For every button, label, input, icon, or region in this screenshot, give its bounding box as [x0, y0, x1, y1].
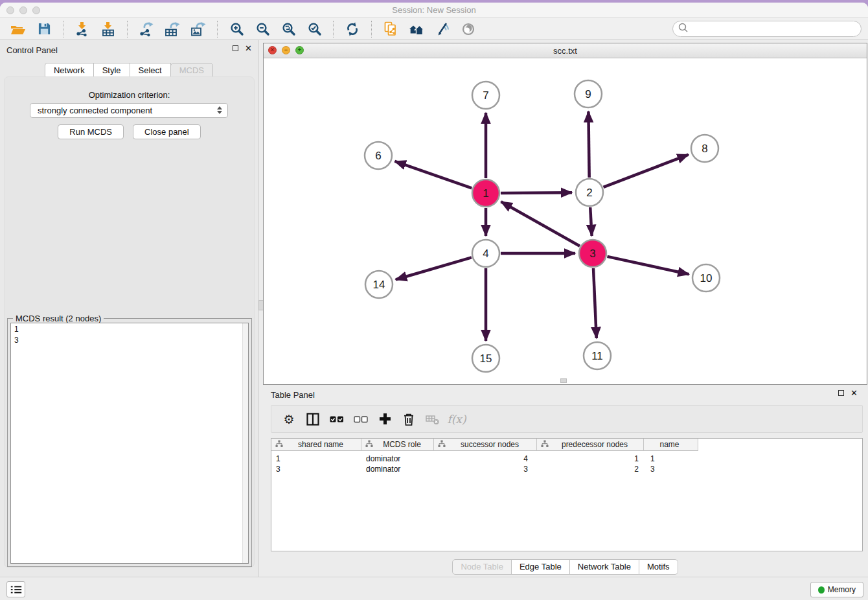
graph-edge[interactable] — [608, 257, 689, 274]
cell-predecessor-nodes: 2 — [537, 465, 644, 474]
close-table-panel-icon[interactable]: ✕ — [851, 390, 858, 396]
table-row[interactable]: 3 dominator 3 2 3 — [271, 464, 862, 474]
table-settings-icon[interactable]: ⚙ — [279, 410, 299, 429]
zoom-fit-content-icon[interactable] — [278, 19, 299, 39]
memory-label: Memory — [828, 585, 856, 594]
search-input[interactable] — [689, 23, 861, 36]
hierarchy-icon — [275, 440, 283, 450]
result-scrollbar[interactable] — [242, 323, 248, 563]
export-image-icon[interactable] — [188, 19, 209, 39]
graph-edge[interactable] — [396, 257, 472, 279]
svg-text:4: 4 — [483, 248, 488, 260]
graph-node[interactable]: 3 — [579, 240, 606, 267]
close-panel-button[interactable]: Close panel — [133, 124, 201, 139]
main-toolbar — [0, 18, 868, 40]
task-history-button[interactable] — [6, 581, 25, 597]
zoom-in-icon[interactable] — [226, 19, 247, 39]
status-bar: Memory — [0, 577, 868, 600]
graph-edge[interactable] — [501, 202, 580, 246]
criterion-dropdown[interactable]: strongly connected component — [30, 103, 228, 118]
zoom-selected-icon[interactable] — [304, 19, 325, 39]
open-session-icon[interactable] — [8, 19, 29, 39]
zoom-out-icon[interactable] — [252, 19, 273, 39]
select-all-rows-icon[interactable] — [327, 410, 347, 429]
graph-node[interactable]: 10 — [692, 264, 720, 292]
tab-network-table[interactable]: Network Table — [569, 559, 639, 575]
graph-node[interactable]: 14 — [365, 271, 393, 298]
tab-node-table[interactable]: Node Table — [452, 559, 512, 575]
mcds-result-text[interactable]: 1 3 — [10, 323, 249, 564]
graph-node[interactable]: 9 — [575, 80, 602, 108]
export-table-icon[interactable] — [162, 19, 183, 39]
column-header-name[interactable]: name — [644, 439, 698, 451]
optimization-criterion-label: Optimization criterion: — [5, 90, 254, 100]
close-panel-icon[interactable]: ✕ — [245, 45, 252, 51]
clear-selection-icon[interactable] — [351, 410, 371, 429]
graph-node[interactable]: 1 — [472, 179, 499, 207]
table-panel: Table Panel ✕ ⚙ — [263, 385, 868, 577]
refresh-view-icon[interactable] — [342, 19, 363, 39]
search-icon — [678, 22, 689, 36]
column-header-mcds-role[interactable]: MCDS role — [361, 439, 434, 451]
memory-button[interactable]: Memory — [810, 582, 863, 597]
graph-node[interactable]: 7 — [472, 82, 499, 109]
cell-predecessor-nodes: 1 — [537, 454, 644, 463]
column-header-predecessor-nodes[interactable]: predecessor nodes — [537, 439, 644, 451]
mcds-result-title: MCDS result (2 nodes) — [13, 314, 104, 323]
graph-node[interactable]: 11 — [584, 342, 611, 369]
cell-successor-nodes: 4 — [434, 454, 537, 463]
hide-graphics-details-icon[interactable] — [432, 19, 453, 39]
graph-edge[interactable] — [604, 155, 689, 187]
column-header-shared-name[interactable]: shared name — [271, 439, 361, 451]
network-canvas[interactable]: 7968124314101511 — [264, 58, 867, 384]
graph-edge[interactable] — [501, 192, 572, 193]
graph-edge[interactable] — [590, 207, 591, 236]
cell-name: 3 — [644, 465, 698, 474]
column-header-successor-nodes[interactable]: successor nodes — [434, 439, 537, 451]
cell-shared-name: 1 — [271, 454, 361, 463]
svg-text:7: 7 — [483, 89, 488, 102]
graph-edge[interactable] — [395, 161, 472, 189]
graph-edge[interactable] — [588, 111, 589, 178]
mcds-tab-content: Optimization criterion: strongly connect… — [4, 76, 255, 568]
table-row[interactable]: 1 dominator 4 1 1 — [271, 454, 862, 464]
cell-mcds-role: dominator — [361, 454, 434, 463]
toolbar-separator — [63, 21, 63, 38]
delete-table-icon[interactable] — [423, 410, 442, 429]
result-line: 3 — [14, 335, 248, 346]
graph-node[interactable]: 15 — [472, 345, 499, 372]
import-network-from-file-icon[interactable] — [72, 19, 93, 39]
control-panel: Control Panel ✕ Network Style Select MCD… — [0, 40, 259, 577]
search-box — [672, 21, 862, 37]
graph-node[interactable]: 8 — [691, 135, 718, 162]
graph-node[interactable]: 4 — [472, 240, 499, 267]
dropdown-stepper-icon — [217, 106, 222, 114]
cell-name: 1 — [644, 454, 698, 463]
save-session-icon[interactable] — [34, 19, 54, 39]
add-row-icon[interactable] — [375, 410, 394, 429]
delete-row-icon[interactable] — [399, 410, 418, 429]
show-graphics-details-icon[interactable] — [458, 19, 479, 39]
memory-status-icon — [818, 586, 825, 594]
show-column-panel-icon[interactable] — [303, 410, 323, 429]
toolbar-separator — [217, 21, 218, 38]
tab-edge-table[interactable]: Edge Table — [511, 559, 570, 575]
cell-shared-name: 3 — [271, 465, 361, 474]
graph-node[interactable]: 6 — [365, 142, 392, 169]
svg-text:2: 2 — [586, 187, 592, 199]
run-mcds-button[interactable]: Run MCDS — [58, 124, 124, 139]
import-table-from-file-icon[interactable] — [98, 19, 119, 39]
float-table-panel-icon[interactable] — [838, 390, 844, 396]
table-header-row: shared name MCDS role successor nodes pr… — [271, 439, 862, 451]
network-splitter-grip[interactable] — [560, 378, 567, 383]
tab-motifs[interactable]: Motifs — [639, 559, 678, 575]
graph-node[interactable]: 2 — [576, 179, 603, 206]
graph-edge[interactable] — [593, 268, 597, 338]
svg-text:15: 15 — [480, 352, 492, 365]
float-panel-icon[interactable] — [233, 45, 238, 51]
copy-current-style-icon[interactable] — [380, 19, 401, 39]
node-table: shared name MCDS role successor nodes pr… — [271, 438, 863, 551]
export-network-icon[interactable] — [136, 19, 157, 39]
apply-function-icon[interactable]: f(x) — [447, 410, 466, 429]
show-all-networks-icon[interactable] — [406, 19, 427, 39]
